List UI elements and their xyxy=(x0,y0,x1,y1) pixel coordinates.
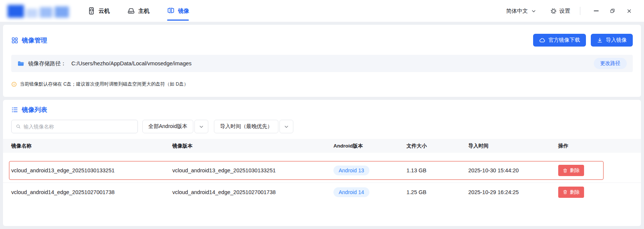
tab-images[interactable]: 镜像 xyxy=(167,0,189,22)
actions-cell: 删除 xyxy=(558,165,633,176)
sort-filter-arrow[interactable] xyxy=(279,120,293,133)
tab-label: 主机 xyxy=(138,8,149,15)
settings-label: 设置 xyxy=(559,8,570,15)
search-box xyxy=(11,120,138,133)
gear-icon xyxy=(550,8,557,14)
file-size-cell: 1.13 GB xyxy=(406,167,468,173)
info-icon xyxy=(11,81,17,87)
minimize-icon xyxy=(594,11,599,11)
tab-cloud-machine[interactable]: 云机 xyxy=(87,0,110,22)
host-icon xyxy=(127,7,135,15)
restore-icon xyxy=(610,8,615,14)
close-button[interactable] xyxy=(621,0,637,22)
grid-icon xyxy=(11,37,18,44)
image-management-header: 镜像管理 xyxy=(11,36,47,45)
column-header-version: 镜像版本 xyxy=(172,143,333,149)
column-header-android: Android版本 xyxy=(333,143,406,149)
button-label: 官方镜像下载 xyxy=(548,37,580,44)
android-version-cell: Android 14 xyxy=(333,187,369,197)
column-header-name: 镜像名称 xyxy=(11,143,172,149)
main-nav: 云机 主机 镜像 xyxy=(87,0,189,22)
android-version-filter-arrow[interactable] xyxy=(194,120,208,133)
section-title: 镜像列表 xyxy=(22,105,47,114)
restore-button[interactable] xyxy=(604,0,621,22)
storage-warning: 当前镜像默认存储在 C盘；建议首次使用时调整到磁盘空间更大的盘符（如 D盘） xyxy=(11,81,633,87)
language-label: 简体中文 xyxy=(506,8,528,15)
mirror-icon xyxy=(167,7,175,15)
column-header-size: 文件大小 xyxy=(406,143,468,149)
image-name-cell: vcloud_android14_edge_20251027001738 xyxy=(11,189,172,195)
column-header-time: 导入时间 xyxy=(468,143,558,149)
language-selector[interactable]: 简体中文 xyxy=(506,8,536,15)
image-version-cell: vcloud_android14_edge_20251027001738 xyxy=(172,189,333,195)
trash-icon xyxy=(563,168,568,173)
storage-path-label: 镜像存储路径： xyxy=(28,60,66,67)
storage-path-value: C:/Users/hezho/AppData/Local/vmosedge/im… xyxy=(72,60,192,66)
titlebar-controls: 简体中文 设置 xyxy=(506,0,644,22)
chevron-down-icon xyxy=(531,9,536,14)
delete-button[interactable]: 删除 xyxy=(558,187,584,198)
storage-path-bar: 镜像存储路径： C:/Users/hezho/AppData/Local/vmo… xyxy=(11,55,633,72)
folder-icon xyxy=(17,60,24,67)
delete-label: 删除 xyxy=(570,189,580,196)
column-header-actions: 操作 xyxy=(558,143,633,149)
settings-button[interactable]: 设置 xyxy=(550,8,570,15)
import-time-cell: 2025-10-29 16:24:25 xyxy=(468,189,558,195)
import-icon xyxy=(597,37,603,43)
image-name-cell: vcloud_android13_edge_20251030133251 xyxy=(11,167,172,173)
close-icon xyxy=(627,9,632,14)
delete-button[interactable]: 删除 xyxy=(558,165,584,176)
titlebar: 云机 主机 镜像 简体中文 xyxy=(0,0,644,22)
change-path-button[interactable]: 更改路径 xyxy=(594,58,627,69)
page-title: 镜像管理 xyxy=(22,36,47,45)
tab-label: 镜像 xyxy=(178,8,189,15)
image-list-panel: 镜像列表 全部Android版本 导入时间（最晚优先） xyxy=(3,100,641,226)
image-management-panel: 镜像管理 官方镜像下载 导入镜像 xyxy=(3,25,641,97)
android-version-filter: 全部Android版本 xyxy=(142,120,208,133)
app-logo xyxy=(7,4,69,18)
table-header-row: 镜像名称 镜像版本 Android版本 文件大小 导入时间 操作 xyxy=(3,139,641,153)
android-version-badge: Android 13 xyxy=(333,166,369,175)
android-version-filter-value[interactable]: 全部Android版本 xyxy=(142,120,193,133)
official-image-download-button[interactable]: 官方镜像下载 xyxy=(533,34,586,47)
minimize-button[interactable] xyxy=(588,0,604,22)
cloud-download-icon xyxy=(539,37,545,44)
search-icon xyxy=(16,124,21,129)
trash-icon xyxy=(563,190,568,194)
image-version-cell: vcloud_android13_edge_20251030133251 xyxy=(172,167,333,173)
chevron-down-icon xyxy=(284,124,289,129)
import-image-button[interactable]: 导入镜像 xyxy=(591,34,633,47)
table-row[interactable]: vcloud_android13_edge_20251030133251 vcl… xyxy=(3,161,641,180)
list-icon xyxy=(11,106,18,113)
button-label: 导入镜像 xyxy=(606,37,627,44)
image-list-header: 镜像列表 xyxy=(3,100,641,114)
file-size-cell: 1.25 GB xyxy=(406,189,468,195)
table-row[interactable]: vcloud_android14_edge_20251027001738 vcl… xyxy=(3,182,641,201)
chevron-down-icon xyxy=(199,124,204,129)
sort-filter-value[interactable]: 导入时间（最晚优先） xyxy=(214,120,278,133)
warning-text: 当前镜像默认存储在 C盘；建议首次使用时调整到磁盘空间更大的盘符（如 D盘） xyxy=(20,81,188,87)
actions-cell: 删除 xyxy=(558,187,633,198)
delete-label: 删除 xyxy=(570,167,580,174)
android-version-cell: Android 13 xyxy=(333,166,369,175)
tab-host[interactable]: 主机 xyxy=(127,0,149,22)
cloud-phone-icon xyxy=(87,7,96,15)
filter-bar: 全部Android版本 导入时间（最晚优先） xyxy=(3,114,641,133)
sort-filter: 导入时间（最晚优先） xyxy=(214,120,293,133)
search-input[interactable] xyxy=(24,124,133,130)
android-version-badge: Android 14 xyxy=(333,187,369,197)
titlebar-divider xyxy=(580,7,580,15)
tab-label: 云机 xyxy=(99,8,110,15)
image-table-body: vcloud_android13_edge_20251030133251 vcl… xyxy=(3,161,641,201)
import-time-cell: 2025-10-30 15:44:20 xyxy=(468,167,558,173)
